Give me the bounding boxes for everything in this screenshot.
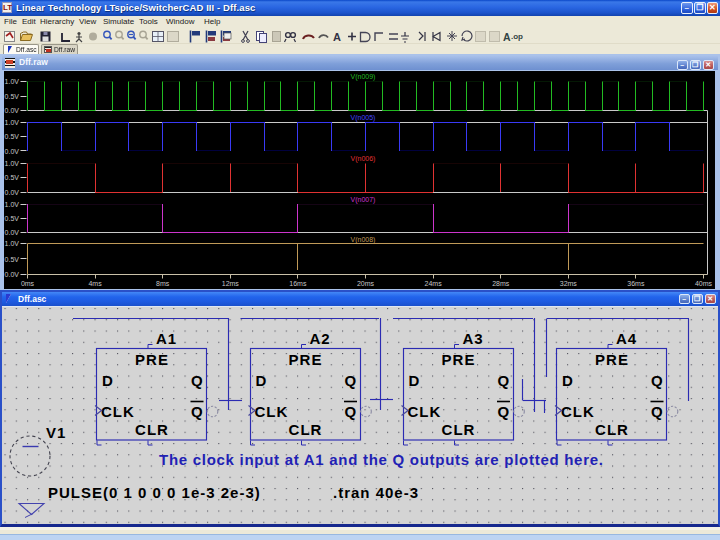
svg-text:A: A xyxy=(503,31,511,43)
svg-text:A: A xyxy=(333,31,341,43)
svg-text:.op: .op xyxy=(511,32,523,41)
